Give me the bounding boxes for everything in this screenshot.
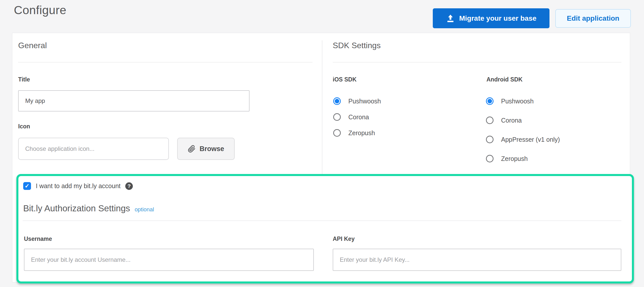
general-section-heading: General (18, 41, 47, 50)
android-sdk-label: Android SDK (486, 76, 523, 83)
radio-label: Corona (348, 113, 369, 121)
radio-label: Pushwoosh (501, 98, 534, 105)
ios-radio-pushwoosh[interactable]: Pushwoosh (333, 97, 381, 105)
bitly-checkbox-label: I want to add my bit.ly account (36, 182, 120, 190)
radio-unselected-icon[interactable] (333, 129, 341, 137)
radio-selected-icon[interactable] (486, 97, 494, 105)
browse-button-label: Browse (200, 145, 224, 153)
migrate-upload-icon (446, 14, 455, 23)
radio-label: AppPresser (v1 only) (501, 136, 560, 143)
ios-sdk-label: iOS SDK (333, 76, 357, 83)
radio-unselected-icon[interactable] (486, 155, 494, 162)
general-section-divider (18, 62, 313, 63)
migrate-user-base-button[interactable]: Migrate your user base (433, 8, 549, 28)
browse-button[interactable]: Browse (177, 138, 235, 160)
column-divider (322, 40, 322, 174)
edit-application-button[interactable]: Edit application (555, 9, 631, 28)
help-question-icon[interactable]: ? (125, 182, 133, 190)
radio-label: Zeropush (348, 129, 375, 137)
android-radio-apppresser[interactable]: AppPresser (v1 only) (486, 136, 560, 143)
radio-unselected-icon[interactable] (486, 136, 494, 143)
radio-unselected-icon[interactable] (486, 117, 494, 124)
radio-label: Corona (501, 117, 522, 124)
android-radio-zeropush[interactable]: Zeropush (486, 155, 528, 162)
optional-badge: optional (135, 206, 154, 213)
bitly-username-input[interactable] (24, 249, 314, 271)
radio-unselected-icon[interactable] (333, 113, 341, 121)
bitly-settings-heading: Bit.ly Authorization Settings (23, 203, 130, 213)
android-radio-pushwoosh[interactable]: Pushwoosh (486, 97, 534, 105)
sdk-section-divider (333, 62, 621, 63)
migrate-button-label: Migrate your user base (459, 14, 537, 22)
bitly-checkbox-checked[interactable]: ✓ (23, 182, 31, 190)
bitly-api-key-input[interactable] (333, 249, 621, 271)
radio-label: Pushwoosh (348, 98, 381, 105)
edit-button-label: Edit application (567, 14, 619, 22)
icon-label: Icon (18, 123, 30, 130)
radio-label: Zeropush (501, 155, 528, 162)
icon-filename-input[interactable] (18, 138, 169, 160)
bitly-heading-row: Bit.ly Authorization Settings optional (23, 203, 154, 213)
paperclip-icon (188, 145, 196, 153)
ios-radio-corona[interactable]: Corona (333, 113, 369, 121)
page-title: Configure (14, 3, 66, 17)
bitly-checkbox-row[interactable]: ✓ I want to add my bit.ly account ? (23, 182, 133, 190)
android-radio-corona[interactable]: Corona (486, 117, 522, 124)
username-label: Username (24, 236, 52, 242)
sdk-settings-heading: SDK Settings (333, 41, 381, 50)
api-key-label: API Key (333, 236, 355, 242)
ios-radio-zeropush[interactable]: Zeropush (333, 129, 375, 137)
bitly-section-divider (23, 220, 621, 221)
title-input[interactable] (18, 90, 250, 111)
title-label: Title (18, 76, 30, 83)
radio-selected-icon[interactable] (333, 97, 341, 105)
